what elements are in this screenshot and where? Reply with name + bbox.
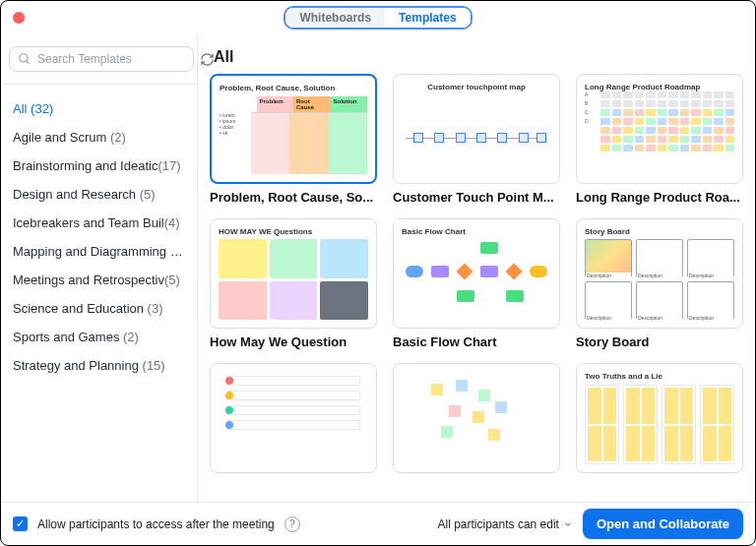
template-card-touch-point[interactable]: Customer touchpoint map Customer [393, 74, 560, 205]
template-card-partial-3[interactable]: Two Truths and a Lie [576, 363, 743, 473]
category-science[interactable]: Science and Education (3) [11, 294, 187, 323]
col-header: Solution [331, 96, 368, 112]
category-design-research[interactable]: Design and Research (5) [11, 180, 187, 209]
category-agile-scrum[interactable]: Agile and Scrum (2) [11, 123, 187, 152]
view-tabs: Whiteboards Templates [284, 6, 472, 30]
body: All (32) Agile and Scrum (2) Brainstormi… [1, 34, 755, 502]
template-thumb: Long Range Product Roadmap ABCD [576, 74, 743, 184]
thumb-title: Story Board [585, 227, 734, 236]
chevron-down-icon [563, 519, 573, 529]
thumb-title: Basic Flow Chart [402, 227, 551, 236]
divider [1, 84, 197, 85]
template-title: Long Range Product Roa... [576, 190, 743, 205]
template-card-partial-2[interactable] [393, 363, 560, 473]
thumb-title: Long Range Product Roadmap [585, 83, 734, 91]
titlebar: Whiteboards Templates [1, 1, 755, 34]
template-title: How May We Question [210, 334, 377, 349]
template-card-partial-1[interactable] [210, 363, 377, 473]
search-row [1, 40, 197, 78]
thumb-title: Two Truths and a Lie [585, 372, 734, 381]
svg-point-0 [20, 54, 28, 62]
thumb-title: HOW MAY WE Questions [219, 227, 368, 236]
category-mapping[interactable]: Mapping and Diagramming (4) [11, 237, 187, 266]
allow-access-label: Allow participants to access after the m… [37, 517, 275, 531]
footer: ✓ Allow participants to access after the… [1, 502, 755, 545]
category-icebreakers[interactable]: Icebreakers and Team Buil(4) [11, 209, 187, 237]
template-thumb: Customer touchpoint map [393, 74, 560, 184]
template-thumb: Two Truths and a Lie [576, 363, 743, 473]
search-input[interactable] [37, 52, 185, 66]
close-button[interactable] [13, 12, 25, 24]
category-strategy[interactable]: Strategy and Planning (15) [11, 351, 187, 380]
dropdown-label: All participants can edit [438, 517, 559, 531]
category-sports[interactable]: Sports and Games (2) [11, 323, 187, 351]
allow-access-checkbox[interactable]: ✓ [13, 516, 28, 531]
help-icon[interactable]: ? [284, 516, 300, 532]
template-thumb: Story Board Description Description Desc… [576, 218, 743, 329]
template-card-long-range-roadmap[interactable]: Long Range Product Roadmap ABCD Long Ran… [576, 74, 743, 205]
main: All Problem, Root Cause, Solution Proble… [198, 34, 755, 502]
category-brainstorming[interactable]: Brainstorming and Ideatic(17) [11, 152, 187, 180]
thumb-title: Problem, Root Cause, Solution [220, 84, 367, 92]
search-box[interactable] [9, 46, 194, 72]
templates-window: Whiteboards Templates All (32) Agile an [0, 0, 756, 546]
tab-whiteboards[interactable]: Whiteboards [285, 8, 385, 28]
template-title: Problem, Root Cause, So... [210, 190, 377, 205]
search-icon [18, 52, 32, 66]
template-card-how-may-we[interactable]: HOW MAY WE Questions How May We Question [210, 218, 377, 349]
svg-line-1 [27, 61, 30, 64]
template-thumb: Basic Flow Chart [393, 218, 560, 329]
template-thumb [210, 363, 377, 473]
page-title: All [198, 34, 755, 74]
open-collaborate-button[interactable]: Open and Collaborate [583, 509, 743, 539]
tab-templates[interactable]: Templates [385, 8, 470, 28]
template-grid: Problem, Root Cause, Solution Problem Ro… [198, 74, 755, 502]
template-thumb: HOW MAY WE Questions [210, 218, 377, 329]
category-list: All (32) Agile and Scrum (2) Brainstormi… [1, 91, 197, 384]
template-card-basic-flow-chart[interactable]: Basic Flow Chart B [393, 218, 560, 349]
category-meetings[interactable]: Meetings and Retrospectiv(5) [11, 266, 187, 294]
template-card-problem-root-cause[interactable]: Problem, Root Cause, Solution Problem Ro… [210, 74, 377, 205]
col-header: Problem [257, 96, 294, 112]
category-all[interactable]: All (32) [11, 94, 187, 123]
col-header: Root Cause [293, 96, 331, 112]
template-title: Basic Flow Chart [393, 334, 560, 349]
template-thumb: Problem, Root Cause, Solution Problem Ro… [210, 74, 377, 184]
template-thumb [393, 363, 560, 473]
thumb-title: Customer touchpoint map [402, 83, 551, 91]
permission-dropdown[interactable]: All participants can edit [438, 517, 573, 531]
template-title: Story Board [576, 334, 743, 349]
sidebar: All (32) Agile and Scrum (2) Brainstormi… [1, 34, 198, 502]
template-title: Customer Touch Point M... [393, 190, 560, 205]
template-card-story-board[interactable]: Story Board Description Description Desc… [576, 218, 743, 349]
